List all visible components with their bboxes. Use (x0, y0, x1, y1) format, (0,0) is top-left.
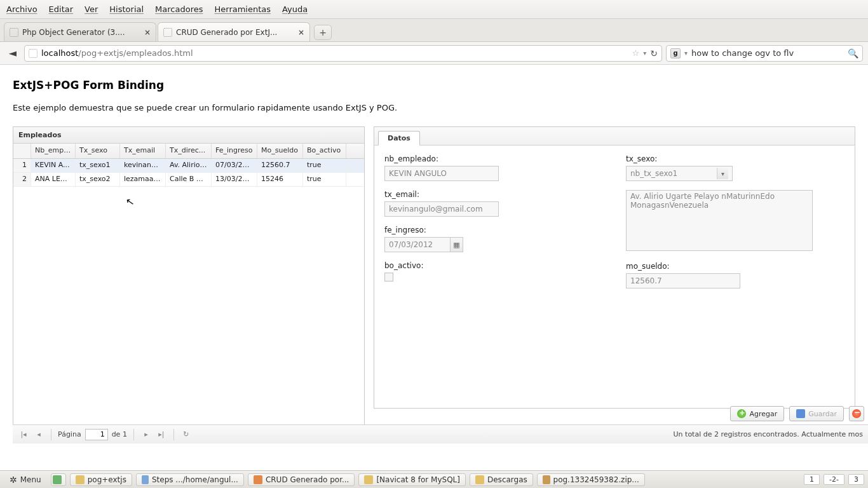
field-direccion (626, 190, 844, 253)
page-number-input[interactable] (85, 429, 108, 440)
grid-body: 1 KEVIN A... tx_sexo1 kevinang... Av. Al… (13, 159, 364, 428)
table-row[interactable]: 1 KEVIN A... tx_sexo1 kevinang... Av. Al… (13, 159, 364, 173)
navicat-icon (364, 475, 373, 484)
search-text[interactable]: how to change ogv to flv (691, 48, 844, 58)
menu-ver[interactable]: Ver (85, 4, 98, 14)
col-nb-empleado[interactable]: Nb_empl... (31, 144, 76, 158)
search-icon[interactable]: 🔍 (848, 48, 858, 58)
taskbar-item[interactable]: pog+extjs (70, 473, 132, 486)
desktop-icon (53, 475, 62, 484)
page-intro: Este ejemplo demuestra que se puede crea… (13, 103, 855, 112)
form-panel: Datos nb_empleado: tx_email: fe_ingreso: (374, 126, 855, 409)
history-dropdown-icon[interactable]: ▾ (643, 50, 646, 57)
tx-sexo-combo[interactable]: nb_tx_sexo1 ▾ (626, 166, 733, 181)
field-mo-sueldo: mo_sueldo: (626, 262, 844, 288)
desktop-taskbar: ✲Menu pog+extjs Steps .../home/angul... … (0, 470, 868, 488)
table-row[interactable]: 2 ANA LEZ... tx_sexo2 lezamaas... Calle … (13, 173, 364, 187)
fe-ingreso-input[interactable] (384, 237, 451, 252)
grid-pager: |◂ ◂ Página de 1 ▸ ▸| ↻ Un total de 2 re… (13, 424, 868, 444)
next-page-button[interactable]: ▸ (140, 429, 152, 440)
archive-icon (543, 475, 550, 484)
taskbar-item[interactable]: pog.1332459382.zip... (537, 473, 645, 486)
tab-label: Php Object Generator (3.... (22, 28, 125, 37)
firefox-icon (254, 475, 262, 484)
add-icon (737, 409, 746, 418)
workspace-2[interactable]: -2- (824, 474, 844, 485)
page-title: ExtJS+POG Form Binding (13, 79, 855, 92)
grid-header: Nb_empl... Tx_sexo Tx_email Tx_direc... … (13, 144, 364, 159)
field-nb-empleado: nb_empleado: (384, 154, 603, 181)
favicon-icon (163, 28, 172, 37)
taskbar-item[interactable]: Descargas (470, 473, 533, 486)
bookmark-star-icon[interactable]: ☆ (632, 48, 640, 58)
taskbar-item[interactable]: Steps .../home/angul... (136, 473, 244, 486)
start-menu-button[interactable]: ✲Menu (4, 473, 47, 487)
url-text[interactable]: localhost/pog+extjs/empleados.html (41, 48, 628, 58)
favicon-icon (10, 28, 18, 37)
search-engine-dropdown-icon[interactable]: ▾ (684, 50, 688, 57)
menu-historial[interactable]: Historial (109, 4, 144, 14)
bo-activo-checkbox[interactable] (384, 273, 393, 281)
search-bar[interactable]: g ▾ how to change ogv to flv 🔍 (666, 45, 863, 62)
guardar-button[interactable]: Guardar (789, 406, 844, 421)
menu-ayuda[interactable]: Ayuda (282, 4, 308, 14)
grid-panel: Empleados Nb_empl... Tx_sexo Tx_email Tx… (13, 126, 365, 429)
field-fe-ingreso: fe_ingreso: ▦ (384, 226, 603, 252)
col-tx-sexo[interactable]: Tx_sexo (76, 144, 120, 158)
menu-editar[interactable]: Editar (49, 4, 74, 14)
field-tx-sexo: tx_sexo: nb_tx_sexo1 ▾ (626, 154, 844, 181)
close-icon[interactable]: × (298, 28, 304, 37)
last-page-button[interactable]: ▸| (156, 429, 167, 440)
tab-pog[interactable]: Php Object Generator (3.... × (4, 22, 156, 41)
form-tabhost: Datos (374, 127, 855, 146)
col-tx-direc[interactable]: Tx_direc... (166, 144, 212, 158)
workspace-3[interactable]: 3 (848, 474, 864, 485)
direccion-textarea[interactable] (626, 190, 813, 251)
taskbar-item[interactable]: [Navicat 8 for MySQL] (358, 473, 466, 486)
form-footer: Agregar Guardar (726, 403, 868, 424)
tx-email-input[interactable] (384, 201, 499, 217)
delete-button[interactable] (849, 406, 864, 421)
chevron-down-icon[interactable]: ▾ (717, 168, 728, 179)
tab-datos[interactable]: Datos (378, 131, 420, 146)
first-page-button[interactable]: |◂ (18, 429, 29, 440)
nb-empleado-input[interactable] (384, 166, 499, 181)
refresh-button[interactable]: ↻ (180, 429, 192, 440)
mo-sueldo-input[interactable] (626, 273, 740, 288)
new-tab-button[interactable]: + (314, 25, 332, 40)
back-button[interactable]: ◄ (5, 46, 20, 61)
delete-icon (852, 409, 861, 418)
grid-title: Empleados (13, 127, 364, 144)
col-rownum[interactable] (13, 144, 31, 158)
pager-of: de 1 (112, 430, 127, 438)
menu-herramientas[interactable]: Herramientas (215, 4, 271, 14)
menu-marcadores[interactable]: Marcadores (155, 4, 203, 14)
reload-icon[interactable]: ↻ (650, 48, 658, 58)
close-icon[interactable]: × (144, 28, 151, 37)
nav-toolbar: ◄ localhost/pog+extjs/empleados.html ☆ ▾… (0, 42, 868, 65)
taskbar-item[interactable]: CRUD Generado por... (248, 473, 355, 486)
site-identity-icon[interactable] (29, 49, 37, 58)
prev-page-button[interactable]: ◂ (33, 429, 44, 440)
col-fe-ingreso[interactable]: Fe_ingreso (212, 144, 257, 158)
pager-label: Página (58, 430, 81, 438)
show-desktop-button[interactable] (51, 473, 66, 486)
tab-label: CRUD Generado por ExtJ... (176, 28, 277, 37)
calendar-icon[interactable]: ▦ (451, 237, 463, 252)
field-tx-email: tx_email: (384, 190, 603, 217)
pager-status: Un total de 2 registros encontrados. Act… (674, 430, 863, 438)
col-bo-activo[interactable]: Bo_activo (303, 144, 346, 158)
url-bar[interactable]: localhost/pog+extjs/empleados.html ☆ ▾ ↻ (24, 45, 662, 62)
col-mo-sueldo[interactable]: Mo_sueldo (257, 144, 303, 158)
agregar-button[interactable]: Agregar (730, 406, 784, 421)
field-bo-activo: bo_activo: (384, 261, 603, 281)
workspace-1[interactable]: 1 (804, 474, 820, 485)
search-engine-icon[interactable]: g (670, 48, 681, 58)
gear-icon: ✲ (10, 475, 17, 485)
browser-tabstrip: Php Object Generator (3.... × CRUD Gener… (0, 19, 868, 42)
col-tx-email[interactable]: Tx_email (120, 144, 166, 158)
menu-archivo[interactable]: Archivo (6, 4, 37, 14)
tab-crud[interactable]: CRUD Generado por ExtJ... × (158, 22, 310, 41)
folder-icon (475, 475, 484, 484)
save-icon (796, 409, 805, 418)
